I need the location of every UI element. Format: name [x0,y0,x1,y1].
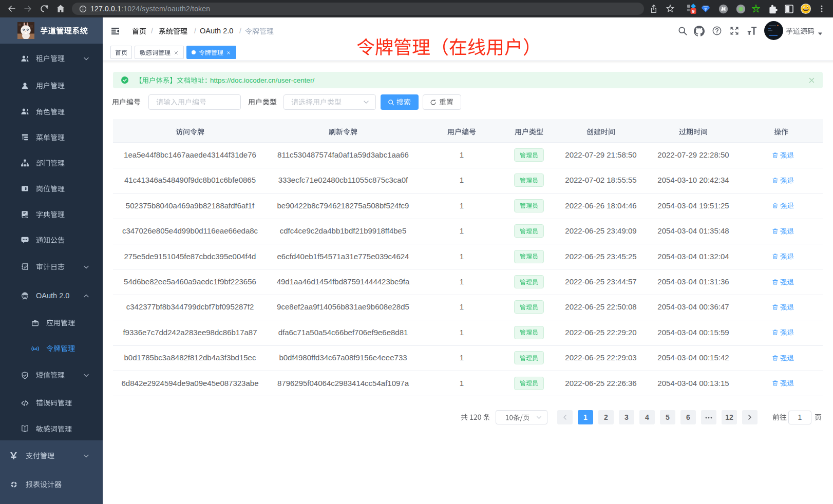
svg-text:9: 9 [692,9,694,14]
